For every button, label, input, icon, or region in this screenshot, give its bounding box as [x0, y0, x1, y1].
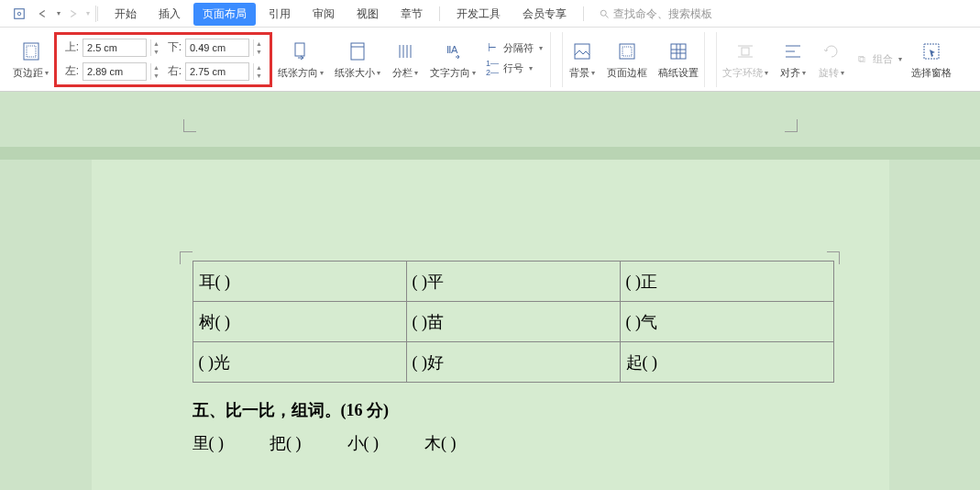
rotate-icon	[820, 39, 842, 64]
search-icon	[599, 8, 610, 19]
table-row: 耳( ) ( )平 ( )正	[193, 262, 833, 302]
page-margin-icon	[20, 39, 42, 64]
svg-rect-5	[27, 46, 36, 57]
tab-review[interactable]: 审阅	[303, 3, 344, 26]
page-previous-bottom	[92, 92, 889, 147]
writing-paper-button[interactable]: 稿纸设置	[653, 37, 704, 82]
doc-word[interactable]: 小( )	[347, 432, 380, 454]
line-number-button[interactable]: 1—2— 行号▾	[481, 58, 546, 78]
margin-bottom-label: 下:	[165, 39, 182, 55]
table-cell[interactable]: 起( )	[620, 342, 833, 383]
margin-top-label: 上:	[62, 39, 79, 55]
line-number-label: 行号	[503, 61, 523, 75]
background-icon	[571, 39, 593, 64]
table-cell[interactable]: ( )好	[406, 342, 620, 383]
tab-start[interactable]: 开始	[105, 3, 146, 26]
writing-paper-label: 稿纸设置	[658, 66, 699, 80]
document-heading[interactable]: 五、比一比，组词。(16 分)	[193, 383, 834, 432]
margin-bottom-input[interactable]: 0.49 cm	[185, 39, 249, 57]
text-direction-icon: ⅡA	[442, 39, 464, 64]
rotate-button: 旋转▾	[812, 37, 851, 82]
tab-page-layout[interactable]: 页面布局	[193, 3, 256, 26]
document-line[interactable]: 里( ) 把( ) 小( ) 木( )	[193, 432, 834, 454]
page-current[interactable]: 耳( ) ( )平 ( )正 树( ) ( )苗 ( )气 ( )光	[92, 160, 889, 490]
text-wrap-button: 文字环绕▾	[717, 37, 774, 82]
margin-left-label: 左:	[62, 63, 79, 79]
group-icon: ⧉	[854, 53, 869, 65]
svg-text:ⅡA: ⅡA	[446, 44, 458, 55]
search-input[interactable]: 查找命令、搜索模板	[599, 6, 712, 22]
margin-bottom-down[interactable]: ▼	[253, 48, 264, 56]
doc-word[interactable]: 木( )	[424, 432, 457, 454]
paper-orientation-icon	[290, 39, 312, 64]
table-cell[interactable]: ( )苗	[406, 302, 620, 342]
paper-orientation-label: 纸张方向	[278, 66, 318, 80]
select-pane-button[interactable]: 选择窗格	[906, 37, 957, 82]
table-cell[interactable]: ( )光	[193, 342, 406, 383]
page-border-label: 页面边框	[607, 66, 647, 80]
columns-icon	[394, 39, 416, 64]
document-table[interactable]: 耳( ) ( )平 ( )正 树( ) ( )苗 ( )气 ( )光	[193, 261, 834, 383]
tab-dev-tools[interactable]: 开发工具	[447, 3, 510, 26]
columns-button[interactable]: 分栏▾	[386, 37, 424, 82]
paper-orientation-button[interactable]: 纸张方向▾	[272, 37, 329, 82]
columns-label: 分栏	[392, 66, 413, 80]
paper-size-icon	[347, 39, 369, 64]
background-button[interactable]: 背景▾	[563, 37, 601, 82]
margin-left-up[interactable]: ▲	[150, 63, 161, 72]
margin-top-down[interactable]: ▼	[150, 48, 161, 56]
tab-view[interactable]: 视图	[347, 3, 388, 26]
tab-chapter[interactable]: 章节	[391, 3, 432, 26]
text-wrap-icon	[734, 39, 756, 64]
margin-top-input[interactable]: 2.5 cm	[83, 39, 147, 57]
paper-size-button[interactable]: 纸张大小▾	[329, 37, 386, 82]
svg-rect-14	[575, 44, 589, 59]
page-margin-button[interactable]: 页边距▾	[7, 37, 54, 82]
doc-word[interactable]: 把( )	[270, 432, 302, 454]
page-margin-label: 页边距	[13, 66, 43, 80]
margin-left-input[interactable]: 2.89 cm	[83, 62, 147, 81]
table-cell[interactable]: 树( )	[193, 302, 406, 342]
margins-input-group: 上: 2.5 cm ▲▼ 下: 0.49 cm ▲▼ 左: 2.89 cm ▲▼…	[54, 32, 272, 87]
rotate-label: 旋转	[819, 66, 839, 80]
search-placeholder: 查找命令、搜索模板	[613, 6, 712, 22]
align-button[interactable]: 对齐▾	[774, 37, 812, 82]
select-pane-label: 选择窗格	[911, 66, 952, 80]
document-area[interactable]: 耳( ) ( )平 ( )正 树( ) ( )苗 ( )气 ( )光	[0, 92, 980, 490]
margin-right-input[interactable]: 2.75 cm	[185, 62, 249, 81]
tab-member[interactable]: 会员专享	[513, 3, 576, 26]
paper-size-label: 纸张大小	[335, 66, 375, 80]
background-label: 背景	[569, 66, 589, 80]
margin-right-down[interactable]: ▼	[253, 72, 264, 80]
margin-top-up[interactable]: ▲	[150, 39, 161, 48]
margin-right-up[interactable]: ▲	[253, 63, 264, 72]
group-button: ⧉ 组合▾	[851, 51, 906, 67]
breaks-label: 分隔符	[503, 41, 534, 55]
table-cell[interactable]: ( )气	[620, 302, 833, 342]
tab-insert[interactable]: 插入	[149, 3, 190, 26]
table-cell[interactable]: 耳( )	[193, 262, 406, 302]
svg-rect-7	[351, 43, 364, 60]
chevron-down-icon: ▾	[45, 69, 49, 77]
table-row: 树( ) ( )苗 ( )气	[193, 302, 833, 342]
svg-rect-16	[622, 47, 632, 56]
breaks-icon: ⊢	[485, 42, 500, 54]
margin-left-down[interactable]: ▼	[150, 72, 161, 80]
page-border-button[interactable]: 页面边框	[601, 37, 653, 82]
text-wrap-label: 文字环绕	[722, 66, 763, 80]
table-cell[interactable]: ( )正	[620, 262, 833, 302]
svg-rect-22	[742, 48, 749, 55]
tab-reference[interactable]: 引用	[259, 3, 300, 26]
table-cell[interactable]: ( )平	[406, 262, 620, 302]
margin-right-label: 右:	[165, 63, 182, 79]
text-direction-button[interactable]: ⅡA 文字方向▾	[424, 37, 481, 82]
svg-rect-17	[671, 44, 686, 59]
writing-paper-icon	[667, 39, 689, 64]
group-label: 组合	[873, 52, 893, 66]
breaks-button[interactable]: ⊢ 分隔符▾	[481, 40, 546, 56]
svg-line-3	[606, 16, 609, 18]
svg-rect-15	[620, 44, 634, 59]
doc-word[interactable]: 里( )	[193, 432, 225, 454]
margin-bottom-up[interactable]: ▲	[253, 39, 264, 48]
select-pane-icon	[920, 39, 942, 64]
